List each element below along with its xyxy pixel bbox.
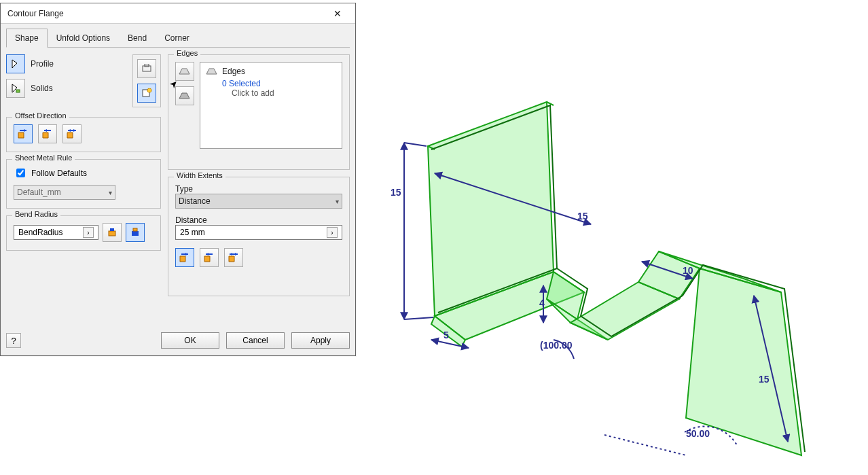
titlebar: Contour Flange ✕ — [1, 3, 355, 24]
offset-direction-group: Offset Direction — [6, 117, 161, 152]
tabs: Shape Unfold Options Bend Corner — [6, 28, 350, 48]
help-icon[interactable]: ? — [6, 333, 21, 348]
tab-corner[interactable]: Corner — [156, 29, 198, 48]
tab-unfold-options[interactable]: Unfold Options — [48, 29, 119, 48]
dim-15c: 15 — [759, 374, 770, 385]
svg-marker-24 — [185, 253, 188, 256]
edge-mode-a-icon[interactable] — [175, 62, 194, 81]
edges-header: Edges — [222, 67, 245, 76]
svg-rect-16 — [110, 228, 114, 231]
edges-legend: Edges — [174, 49, 200, 57]
distance-label: Distance — [175, 215, 342, 225]
svg-marker-30 — [235, 253, 238, 256]
contour-flange-dialog: Contour Flange ✕ Shape Unfold Options Be… — [0, 3, 356, 356]
follow-defaults-label: Follow Defaults — [31, 169, 87, 178]
svg-line-51 — [604, 435, 686, 455]
svg-rect-0 — [16, 90, 20, 92]
offset-direction-legend: Offset Direction — [12, 111, 69, 120]
svg-marker-31 — [230, 253, 232, 256]
chevron-down-icon: ▾ — [109, 189, 112, 196]
dim-15b: 15 — [577, 211, 588, 222]
dialog-footer: ? OK Cancel Apply — [6, 331, 350, 350]
svg-point-4 — [147, 88, 151, 92]
svg-line-44 — [404, 143, 427, 146]
follow-defaults-input[interactable] — [16, 169, 25, 177]
solids-pick-icon[interactable] — [6, 79, 25, 98]
svg-line-45 — [404, 317, 433, 319]
bend-radius-opt-a-icon[interactable] — [103, 223, 122, 242]
svg-marker-19 — [179, 69, 189, 74]
offset-dir-a-icon[interactable] — [14, 124, 33, 143]
width-extents-group: Width Extents Type Distance ▾ Distance 2… — [168, 177, 350, 296]
bend-radius-group: Bend Radius BendRadius › — [6, 215, 161, 251]
dim-a50: 50.00 — [686, 428, 710, 439]
bend-radius-legend: Bend Radius — [12, 210, 60, 218]
edges-selection-box[interactable]: Edges 0 Selected Click to add — [200, 62, 342, 149]
dim-4: 4 — [539, 298, 545, 309]
dim-5: 5 — [444, 330, 449, 340]
svg-marker-10 — [44, 129, 47, 132]
svg-marker-21 — [206, 69, 217, 74]
bend-radius-value: BendRadius — [18, 228, 62, 237]
offset-dir-c-icon[interactable] — [62, 124, 82, 143]
edges-group: Edges — [168, 54, 350, 170]
edges-selected-count: 0 Selected — [222, 79, 261, 88]
type-combo[interactable]: Distance ▾ — [175, 194, 342, 209]
model-viewport[interactable]: 15 15 4 10 5 15 (100.00 50.00 — [367, 0, 868, 475]
type-label: Type — [175, 184, 342, 194]
edge-icon — [206, 67, 218, 75]
sheet-metal-rule-legend: Sheet Metal Rule — [12, 154, 75, 162]
svg-marker-28 — [229, 256, 234, 262]
tab-shape[interactable]: Shape — [6, 29, 48, 48]
profile-label: Profile — [31, 59, 54, 69]
svg-marker-27 — [206, 253, 209, 256]
profile-pick-icon[interactable] — [6, 54, 25, 73]
apply-button[interactable]: Apply — [291, 332, 350, 349]
svg-marker-22 — [180, 256, 185, 262]
type-value: Distance — [179, 196, 211, 206]
distance-value: 25 mm — [180, 228, 205, 237]
bend-radius-flyout-icon[interactable]: › — [83, 227, 94, 238]
close-icon[interactable]: ✕ — [325, 6, 350, 21]
body-style-a-icon[interactable] — [137, 59, 156, 78]
width-dir-c-icon[interactable] — [224, 248, 243, 267]
dim-a100: (100.00 — [540, 340, 573, 351]
rule-value: Default_mm — [17, 188, 61, 197]
svg-marker-8 — [43, 133, 48, 138]
width-extents-legend: Width Extents — [174, 171, 225, 179]
svg-marker-25 — [204, 256, 210, 262]
svg-marker-5 — [18, 133, 24, 138]
offset-dir-b-icon[interactable] — [38, 124, 57, 143]
width-dir-a-icon[interactable] — [175, 248, 194, 267]
width-dir-b-icon[interactable] — [200, 248, 219, 267]
bend-radius-opt-b-icon[interactable] — [126, 223, 145, 242]
dim-15a: 15 — [391, 187, 401, 198]
svg-rect-17 — [132, 231, 139, 236]
svg-rect-15 — [109, 231, 115, 236]
ok-button[interactable]: OK — [161, 332, 219, 349]
cancel-button[interactable]: Cancel — [226, 332, 285, 349]
svg-marker-14 — [68, 129, 71, 132]
edge-mode-b-icon[interactable] — [175, 86, 194, 105]
sheet-metal-rule-group: Sheet Metal Rule Follow Defaults Default… — [6, 159, 161, 209]
dialog-title: Contour Flange — [7, 9, 64, 18]
svg-marker-13 — [73, 129, 76, 132]
dim-10: 10 — [683, 265, 693, 276]
solids-label: Solids — [31, 84, 53, 93]
bend-radius-input[interactable]: BendRadius › — [14, 225, 98, 240]
svg-rect-18 — [133, 228, 137, 231]
svg-marker-7 — [24, 129, 26, 132]
distance-flyout-icon[interactable]: › — [327, 227, 338, 238]
svg-marker-11 — [67, 133, 73, 138]
svg-marker-20 — [179, 93, 189, 99]
edges-hint: Click to add — [232, 88, 336, 98]
distance-input[interactable]: 25 mm › — [175, 225, 342, 240]
chevron-down-icon: ▾ — [336, 198, 339, 205]
rule-combo[interactable]: Default_mm ▾ — [14, 185, 115, 200]
follow-defaults-checkbox[interactable]: Follow Defaults — [14, 166, 153, 179]
body-style-b-icon[interactable] — [137, 84, 156, 103]
tab-bend[interactable]: Bend — [119, 29, 156, 48]
